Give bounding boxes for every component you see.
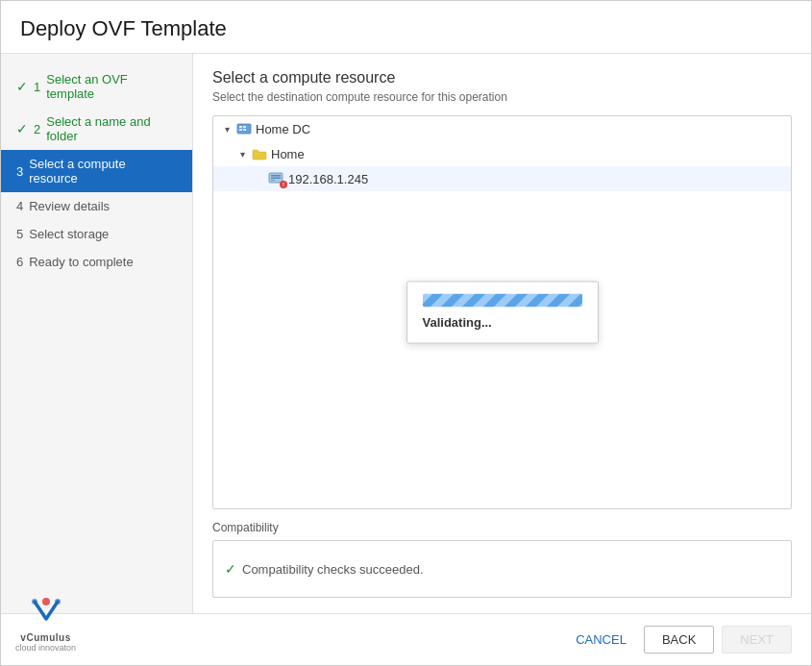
chevron-homedc: ▾ — [221, 123, 233, 135]
resource-tree[interactable]: ▾ Home DC ▾ — [212, 115, 792, 509]
compatibility-box: ✓ Compatibility checks succeeded. — [212, 540, 792, 598]
sidebar-item-step4[interactable]: 4 Review details — [1, 192, 192, 220]
tree-item-homedc[interactable]: ▾ Home DC — [213, 116, 791, 141]
progress-bar — [423, 294, 582, 308]
sidebar-step6-number: 6 — [16, 255, 23, 269]
svg-rect-2 — [243, 126, 246, 128]
dialog-body: ✓ 1 Select an OVF template ✓ 2 Select a … — [1, 54, 811, 613]
deploy-ovf-dialog: Deploy OVF Template ✓ 1 Select an OVF te… — [0, 0, 812, 666]
cancel-button[interactable]: CANCEL — [566, 627, 636, 653]
sidebar-step3-text: Select a compute resource — [29, 157, 177, 185]
vcumulus-logo-icon — [27, 592, 65, 630]
svg-rect-3 — [239, 129, 242, 131]
sidebar-item-step2[interactable]: ✓ 2 Select a name and folder — [1, 108, 192, 150]
sidebar-item-step3[interactable]: 3 Select a compute resource — [1, 150, 192, 192]
sidebar-step6-text: Ready to complete — [29, 255, 133, 269]
svg-rect-6 — [271, 175, 281, 177]
dialog-footer: CANCEL BACK NEXT — [1, 613, 811, 665]
back-button[interactable]: BACK — [644, 626, 714, 654]
datacenter-icon — [236, 121, 252, 136]
home-label: Home — [271, 147, 305, 161]
svg-rect-7 — [271, 178, 281, 180]
section-subtitle: Select the destination compute resource … — [212, 90, 792, 104]
main-content: Select a compute resource Select the des… — [193, 54, 811, 613]
homedc-label: Home DC — [256, 122, 310, 136]
next-button[interactable]: NEXT — [722, 626, 792, 654]
logo-area: vCumulus cloud innovaton — [15, 592, 76, 653]
folder-icon-home — [252, 146, 267, 161]
sidebar-step5-text: Select storage — [29, 227, 109, 241]
sidebar-step2-label: 2 — [34, 122, 40, 136]
svg-rect-4 — [243, 129, 246, 131]
tree-item-host[interactable]: ▾ ! 192.168.1.245 — [213, 166, 791, 191]
dialog-title: Deploy OVF Template — [1, 1, 811, 54]
svg-point-9 — [42, 598, 50, 605]
sidebar: ✓ 1 Select an OVF template ✓ 2 Select a … — [1, 54, 193, 613]
sidebar-step3-number: 3 — [16, 164, 23, 179]
chevron-home: ▾ — [236, 148, 248, 160]
logo-tagline: cloud innovaton — [15, 643, 76, 653]
sidebar-step2-text: Select a name and folder — [46, 114, 177, 143]
sidebar-step4-number: 4 — [16, 199, 23, 213]
compatibility-label: Compatibility — [212, 521, 792, 534]
logo-name: vCumulus — [20, 632, 70, 643]
check-icon-step2: ✓ — [16, 121, 28, 136]
host-icon: ! — [267, 171, 284, 186]
sidebar-step4-text: Review details — [29, 199, 110, 213]
host-error-badge: ! — [280, 181, 287, 188]
validating-box: Validating... — [406, 282, 599, 344]
tree-item-home[interactable]: ▾ Home — [213, 141, 791, 166]
svg-point-10 — [32, 599, 37, 604]
svg-rect-1 — [239, 126, 242, 128]
sidebar-item-step1[interactable]: ✓ 1 Select an OVF template — [1, 65, 192, 108]
compatibility-section: Compatibility ✓ Compatibility checks suc… — [212, 521, 792, 598]
section-title: Select a compute resource — [212, 69, 792, 86]
sidebar-step1-text: Select an OVF template — [46, 72, 177, 101]
sidebar-item-step5[interactable]: 5 Select storage — [1, 220, 192, 248]
svg-rect-8 — [271, 180, 275, 181]
host-label: 192.168.1.245 — [288, 172, 368, 186]
sidebar-step1-label: 1 — [34, 80, 40, 94]
check-icon-step1: ✓ — [16, 79, 28, 94]
validating-text: Validating... — [423, 315, 582, 330]
compat-check-icon: ✓ — [225, 561, 236, 577]
svg-point-11 — [55, 599, 61, 604]
sidebar-item-step6[interactable]: 6 Ready to complete — [1, 248, 192, 276]
compatibility-message: Compatibility checks succeeded. — [242, 562, 424, 577]
sidebar-step5-number: 5 — [16, 227, 23, 241]
